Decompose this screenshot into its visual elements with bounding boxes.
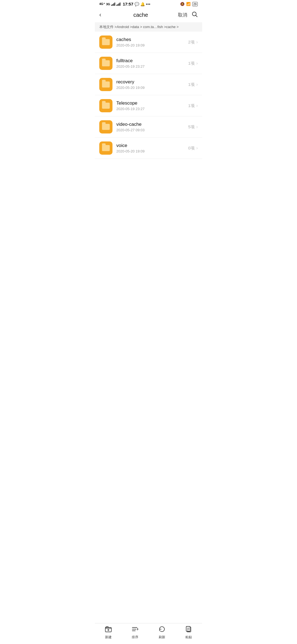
cancel-button[interactable]: 取消 [178,12,187,18]
file-date: 2020-05-20 19:09 [116,43,188,47]
status-icons-right: 🔕 📶 29 [180,2,198,6]
file-date: 2020-05-19 23:27 [116,64,188,69]
network-indicator: 4G⁺ [99,2,105,6]
file-name: voice [116,143,188,148]
file-date: 2020-05-20 19:09 [116,86,188,90]
folder-icon [99,120,112,133]
file-date: 2020-05-27 09:03 [116,128,188,132]
back-button[interactable]: ‹ [99,10,103,20]
file-count: 5项 [188,124,194,130]
wechat-icon: 💬 [134,2,139,6]
status-bar: 4G⁺ 3G 17:57 💬 🔔 ••• 🔕 📶 29 [95,0,202,7]
file-info: recovery 2020-05-20 19:09 [116,79,188,90]
folder-icon [99,36,112,49]
file-name: caches [116,37,188,42]
file-count: 2项 [188,40,194,45]
list-item[interactable]: fulltrace 2020-05-19 23:27 1项 › [95,53,202,74]
folder-icon [99,99,112,112]
list-item[interactable]: caches 2020-05-20 19:09 2项 › [95,32,202,53]
file-meta: 2项 › [188,40,198,45]
wifi-icon: 📶 [186,2,191,6]
file-meta: 1项 › [188,61,198,66]
file-info: voice 2020-05-20 19:09 [116,143,188,153]
file-info: caches 2020-05-20 19:09 [116,37,188,47]
file-count: 1项 [188,61,194,66]
list-item[interactable]: recovery 2020-05-20 19:09 1项 › [95,74,202,95]
file-count: 0项 [188,146,194,151]
file-name: recovery [116,79,188,85]
signal-bars-2 [116,2,120,6]
breadcrumb: 本地文件 >Android >data > com.ta…fish >cache… [95,22,202,32]
file-name: Telescope [116,100,188,106]
file-date: 2020-05-19 23:27 [116,107,188,111]
file-date: 2020-05-20 19:09 [116,149,188,153]
status-time: 17:57 [123,2,133,6]
battery-indicator: 29 [192,2,198,6]
file-meta: 0项 › [188,146,198,151]
status-left: 4G⁺ 3G 17:57 💬 🔔 ••• [99,2,150,6]
folder-icon [99,57,112,70]
list-item[interactable]: Telescope 2020-05-19 23:27 1项 › [95,95,202,116]
file-meta: 1项 › [188,103,198,108]
folder-icon [99,141,112,155]
chevron-right-icon: › [196,40,198,45]
file-meta: 5项 › [188,124,198,130]
search-icon[interactable] [192,11,198,19]
file-name: video-cache [116,122,188,127]
page-title: cache [103,12,178,18]
chevron-right-icon: › [196,82,198,87]
file-info: video-cache 2020-05-27 09:03 [116,122,188,132]
svg-line-1 [196,15,197,17]
mute-icon: 🔕 [180,2,185,6]
navigation-bar: ‹ cache 取消 [95,7,202,22]
chevron-right-icon: › [196,61,198,66]
folder-icon [99,78,112,91]
file-meta: 1项 › [188,82,198,87]
notification-icon: 🔔 [140,2,145,6]
file-count: 1项 [188,82,194,87]
file-info: fulltrace 2020-05-19 23:27 [116,58,188,69]
more-icon: ••• [146,2,151,6]
chevron-right-icon: › [196,146,198,151]
chevron-right-icon: › [196,103,198,108]
nav-actions: 取消 [178,11,198,19]
list-item[interactable]: video-cache 2020-05-27 09:03 5项 › [95,116,202,138]
chevron-right-icon: › [196,124,198,129]
list-item[interactable]: voice 2020-05-20 19:09 0项 › [95,138,202,159]
file-info: Telescope 2020-05-19 23:27 [116,100,188,111]
signal-bars [111,2,115,6]
file-name: fulltrace [116,58,188,64]
network-3g: 3G [106,2,110,6]
file-list: caches 2020-05-20 19:09 2项 › fulltrace 2… [95,32,202,159]
file-count: 1项 [188,103,194,108]
